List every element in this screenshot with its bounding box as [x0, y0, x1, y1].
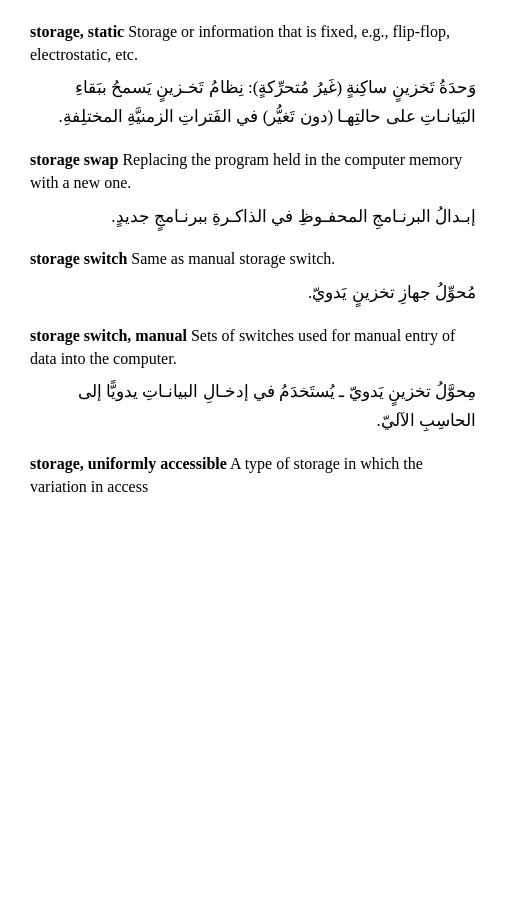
entry-text-storage-switch: storage switch Same as manual storage sw…: [30, 247, 476, 270]
arabic-storage-switch-manual: مِحوَّلُ تخزينٍ يَدويّ ـ يُستَخدَمُ في إ…: [30, 378, 476, 436]
arabic-storage-switch: مُحوِّلُ جهازِ تخزينٍ يَدويّ.: [30, 279, 476, 308]
term-storage-static: storage, static: [30, 23, 124, 40]
arabic-storage-static: وَحدَةُ تَخزينٍ ساكِنةٍ (غَيرُ مُتحرِّكة…: [30, 74, 476, 132]
entry-storage-swap: storage swap Replacing the program held …: [30, 148, 476, 231]
entry-storage-switch-manual: storage switch, manual Sets of switches …: [30, 324, 476, 436]
entry-text-storage-swap: storage swap Replacing the program held …: [30, 148, 476, 194]
page-content: storage, static Storage or information t…: [30, 20, 476, 498]
entry-text-storage-switch-manual: storage switch, manual Sets of switches …: [30, 324, 476, 370]
term-storage-switch-manual: storage switch, manual: [30, 327, 187, 344]
entry-text-storage-static: storage, static Storage or information t…: [30, 20, 476, 66]
entry-text-storage-uniformly: storage, uniformly accessible A type of …: [30, 452, 476, 498]
entry-storage-uniformly: storage, uniformly accessible A type of …: [30, 452, 476, 498]
arabic-storage-swap: إبـدالُ البرنـامجِ المحفـوظِ في الذاكـرة…: [30, 203, 476, 232]
term-storage-swap: storage swap: [30, 151, 118, 168]
def-storage-switch: Same as manual storage switch.: [127, 250, 335, 267]
entry-storage-switch: storage switch Same as manual storage sw…: [30, 247, 476, 307]
term-storage-uniformly: storage, uniformly accessible: [30, 455, 227, 472]
term-storage-switch: storage switch: [30, 250, 127, 267]
entry-storage-static: storage, static Storage or information t…: [30, 20, 476, 132]
